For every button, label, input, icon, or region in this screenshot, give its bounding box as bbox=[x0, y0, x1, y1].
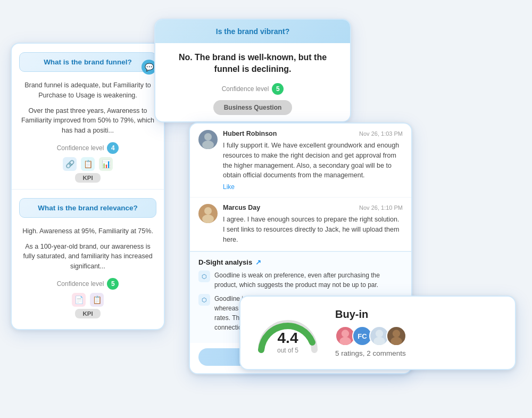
svg-point-4 bbox=[342, 330, 349, 337]
avatar-marcus bbox=[198, 204, 218, 223]
gauge-out-of: out of 5 bbox=[277, 347, 298, 354]
brand-funnel-body2: Over the past three years, Awareness to … bbox=[12, 103, 164, 138]
confidence-badge-2: 5 bbox=[107, 278, 119, 290]
link-icon[interactable]: 🔗 bbox=[63, 157, 77, 171]
svg-point-7 bbox=[373, 337, 385, 346]
kpi-tag-2: KPI bbox=[75, 309, 100, 318]
brand-relevance-body1: High. Awareness at 95%, Familiarity at 7… bbox=[12, 223, 164, 239]
main-scene: What is the brand funnel? 💬 Brand funnel… bbox=[0, 0, 532, 418]
svg-point-9 bbox=[390, 337, 402, 346]
svg-point-6 bbox=[376, 330, 383, 337]
divider-1 bbox=[12, 189, 164, 190]
buyin-title: Buy-in bbox=[335, 308, 502, 321]
dsight-text-1: Goodline is weak on preference, even aft… bbox=[214, 271, 403, 290]
dsight-title-text: D-Sight analysis bbox=[198, 258, 252, 266]
kpi-tag-1: KPI bbox=[75, 173, 100, 183]
avatar-4 bbox=[386, 326, 406, 346]
chat-header-2: Marcus Day Nov 26, 1:10 PM bbox=[223, 204, 403, 211]
svg-point-2 bbox=[204, 207, 212, 215]
chat-text-1: I fully support it. We have excellent gr… bbox=[223, 141, 403, 181]
chat-message-2: Marcus Day Nov 26, 1:10 PM I agree. I ha… bbox=[190, 198, 411, 251]
confidence-label-middle: Confidence level bbox=[222, 85, 269, 93]
chat-name-2: Marcus Day bbox=[223, 204, 260, 211]
question-brand-funnel[interactable]: What is the brand funnel? bbox=[19, 52, 156, 72]
dsight-item-1: ⬡ Goodline is weak on preference, even a… bbox=[198, 271, 403, 290]
chat-row-1: Hubert Robinson Nov 26, 1:03 PM I fully … bbox=[198, 130, 403, 191]
panel-middle-body: No. The brand is well-known, but the fun… bbox=[155, 43, 350, 121]
dsight-item-icon-1: ⬡ bbox=[198, 271, 210, 282]
brand-relevance-body2: As a 100-year-old brand, our awareness i… bbox=[12, 239, 164, 274]
panel-middle-header: Is the brand vibrant? bbox=[155, 20, 350, 43]
chat-row-2: Marcus Day Nov 26, 1:10 PM I agree. I ha… bbox=[198, 204, 403, 244]
svg-point-8 bbox=[393, 330, 400, 337]
question-brand-relevance[interactable]: What is the brand relevance? bbox=[19, 198, 156, 218]
copy-icon[interactable]: 📋 bbox=[81, 157, 95, 171]
confidence-row-middle: Confidence level 5 bbox=[167, 83, 338, 95]
brand-vibrant-answer: No. The brand is well-known, but the fun… bbox=[167, 52, 338, 76]
business-question-tag[interactable]: Business Question bbox=[213, 100, 293, 115]
external-link-icon[interactable]: ↗ bbox=[255, 258, 261, 266]
gauge-score: 4.4 bbox=[277, 331, 298, 346]
excel-icon[interactable]: 📊 bbox=[99, 157, 113, 171]
svg-point-1 bbox=[202, 141, 214, 149]
panel-buyin: 4.4 out of 5 Buy-in FC bbox=[239, 296, 516, 370]
panel-brand-funnel: What is the brand funnel? 💬 Brand funnel… bbox=[11, 43, 165, 330]
panel-brand-vibrant: Is the brand vibrant? No. The brand is w… bbox=[154, 19, 351, 122]
confidence-row-2: Confidence level 5 bbox=[12, 278, 164, 290]
svg-point-5 bbox=[339, 337, 351, 346]
icons-row-2: 📄 📋 bbox=[12, 293, 164, 307]
chat-time-1: Nov 26, 1:03 PM bbox=[359, 130, 403, 137]
icons-row-1: 🔗 📋 📊 bbox=[12, 157, 164, 171]
copy2-icon[interactable]: 📋 bbox=[90, 293, 104, 307]
confidence-label-2: Confidence level bbox=[57, 280, 104, 288]
avatar-hubert bbox=[198, 130, 218, 149]
chat-content-2: Marcus Day Nov 26, 1:10 PM I agree. I ha… bbox=[223, 204, 403, 244]
confidence-badge-1: 4 bbox=[107, 142, 119, 154]
gauge-value: 4.4 out of 5 bbox=[277, 331, 298, 354]
brand-funnel-body1: Brand funnel is adequate, but Familiarit… bbox=[12, 77, 164, 103]
pdf-icon[interactable]: 📄 bbox=[72, 293, 86, 307]
chat-message-1: Hubert Robinson Nov 26, 1:03 PM I fully … bbox=[190, 124, 411, 198]
chat-header-1: Hubert Robinson Nov 26, 1:03 PM bbox=[223, 130, 403, 137]
avatars-row: FC bbox=[335, 326, 502, 346]
chat-content-1: Hubert Robinson Nov 26, 1:03 PM I fully … bbox=[223, 130, 403, 191]
svg-point-3 bbox=[202, 215, 214, 223]
chat-text-2: I agree. I have enough sources to prepar… bbox=[223, 215, 403, 244]
gauge-container: 4.4 out of 5 bbox=[253, 312, 322, 354]
ratings-text: 5 ratings, 2 comments bbox=[335, 349, 502, 357]
confidence-row-1: Confidence level 4 bbox=[12, 142, 164, 154]
buyin-right: Buy-in FC 5 ratings, 2 comments bbox=[335, 308, 502, 357]
confidence-badge-middle: 5 bbox=[272, 83, 284, 95]
like-button-1[interactable]: Like bbox=[223, 183, 403, 191]
chat-time-2: Nov 26, 1:10 PM bbox=[359, 204, 403, 211]
dsight-title: D-Sight analysis ↗ bbox=[198, 258, 403, 266]
svg-point-0 bbox=[204, 133, 212, 141]
dsight-item-icon-2: ⬡ bbox=[198, 294, 210, 306]
brand-vibrant-question[interactable]: Is the brand vibrant? bbox=[166, 27, 339, 36]
chat-name-1: Hubert Robinson bbox=[223, 130, 277, 137]
confidence-label-1: Confidence level bbox=[57, 144, 104, 152]
